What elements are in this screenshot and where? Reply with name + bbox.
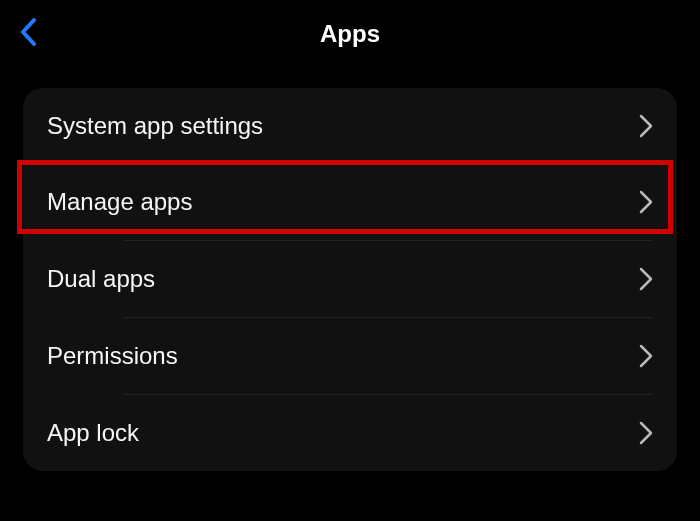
row-app-lock[interactable]: App lock — [23, 395, 677, 471]
back-button[interactable] — [18, 16, 38, 52]
back-chevron-icon — [18, 16, 38, 52]
row-dual-apps[interactable]: Dual apps — [23, 241, 677, 317]
page-title: Apps — [18, 20, 682, 48]
row-label: System app settings — [47, 112, 263, 140]
chevron-right-icon — [639, 190, 653, 214]
row-label: App lock — [47, 419, 139, 447]
chevron-right-icon — [639, 114, 653, 138]
row-permissions[interactable]: Permissions — [23, 318, 677, 394]
row-label: Permissions — [47, 342, 178, 370]
chevron-right-icon — [639, 267, 653, 291]
chevron-right-icon — [639, 344, 653, 368]
row-label: Dual apps — [47, 265, 155, 293]
row-system-app-settings[interactable]: System app settings — [23, 88, 677, 164]
chevron-right-icon — [639, 421, 653, 445]
row-label: Manage apps — [47, 188, 192, 216]
settings-panel: System app settings Manage apps Dual app… — [23, 88, 677, 471]
row-manage-apps[interactable]: Manage apps — [23, 164, 677, 240]
header: Apps — [0, 0, 700, 68]
